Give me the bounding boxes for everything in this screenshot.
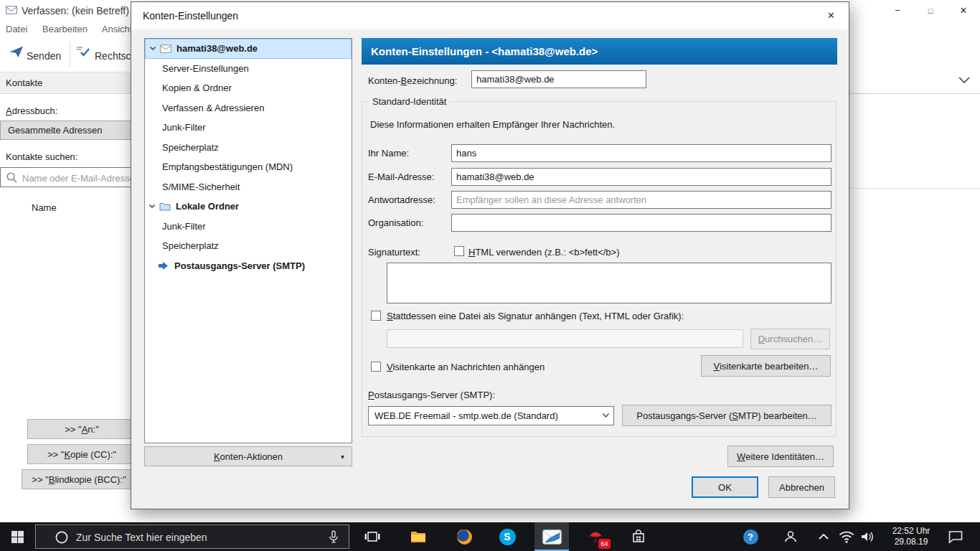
task-view-button[interactable] xyxy=(357,522,388,551)
reply-to-label: Antwortadresse: xyxy=(368,194,435,205)
organization-input[interactable] xyxy=(451,214,831,232)
dropdown-caret-icon: ▾ xyxy=(341,447,344,467)
local-folders-icon xyxy=(159,202,171,211)
clock-time: 22:52 Uhr xyxy=(892,526,930,537)
add-cc-button[interactable]: >> "Kopie (CC):" xyxy=(27,444,136,464)
action-center-icon[interactable] xyxy=(941,522,970,551)
addressbook-select[interactable]: Gesammelte Adressen xyxy=(0,121,136,140)
add-to-button[interactable]: >> "An:" xyxy=(27,419,136,439)
chevron-down-icon[interactable] xyxy=(957,75,971,86)
toolbar-separator xyxy=(70,42,70,67)
store-icon[interactable] xyxy=(623,522,654,551)
menu-ansicht[interactable]: Ansicht xyxy=(102,24,133,34)
firefox-icon[interactable] xyxy=(448,522,480,551)
edit-vcard-button[interactable]: Visitenkarte bearbeiten… xyxy=(701,355,831,377)
your-name-label: Ihr Name: xyxy=(368,148,409,159)
compose-window-icon xyxy=(6,6,17,14)
contacts-search-label: Kontakte suchen: xyxy=(6,151,77,162)
file-explorer-icon[interactable] xyxy=(402,522,434,551)
your-name-input[interactable] xyxy=(451,144,831,162)
name-column-header: Name xyxy=(32,202,57,213)
more-identities-button[interactable]: Weitere Identitäten… xyxy=(727,446,834,467)
account-name-input[interactable] xyxy=(471,70,646,88)
maximize-icon[interactable]: □ xyxy=(914,0,947,22)
identity-legend: Standard-Identität xyxy=(369,96,450,107)
people-icon[interactable] xyxy=(778,522,804,551)
tree-item-server[interactable]: Server-Einstellungen xyxy=(145,59,352,79)
dialog-close-icon[interactable]: ✕ xyxy=(815,4,847,27)
menu-datei[interactable]: Datei xyxy=(6,24,27,34)
account-name-label: Konten-Bezeichnung: xyxy=(368,75,457,86)
smtp-label: Postausgangs-Server (SMTP): xyxy=(368,390,495,400)
search-icon xyxy=(6,171,18,184)
tree-item-account[interactable]: hamati38@web.de xyxy=(145,39,352,59)
smtp-server-select[interactable]: WEB.DE Freemail - smtp.web.de (Standard) xyxy=(368,406,614,425)
account-actions-button[interactable]: Konten-Aktionen ▾ xyxy=(144,446,352,466)
smtp-send-icon xyxy=(158,261,169,270)
thunderbird-icon[interactable] xyxy=(534,522,569,551)
tree-item-disk-space[interactable]: Speicherplatz xyxy=(145,138,352,158)
contacts-panel-header: Kontakte xyxy=(0,72,136,94)
combo-chevron-icon xyxy=(602,413,610,418)
html-signature-checkbox-label[interactable]: HTML verwenden (z.B.: <b>fett</b>) xyxy=(468,247,620,258)
vcard-checkbox-label[interactable]: Visitenkarte an Nachrichten anhängen xyxy=(387,362,545,372)
email-input[interactable] xyxy=(451,168,831,186)
edit-smtp-button[interactable]: Postausgangs-Server (SMTP) bearbeiten… xyxy=(622,405,831,426)
html-signature-checkbox[interactable] xyxy=(454,246,464,256)
menu-bearbeiten[interactable]: Bearbeiten xyxy=(42,24,88,34)
tree-item-mdn[interactable]: Empfangsbestätigungen (MDN) xyxy=(145,157,352,177)
vcard-checkbox[interactable] xyxy=(371,362,381,372)
add-bcc-button[interactable]: >> "Blindkopie (BCC):" xyxy=(22,469,136,489)
panel-header: Konten-Einstellungen - <hamati38@web.de> xyxy=(362,38,837,65)
antivirus-icon[interactable]: ☂ 64 xyxy=(580,522,611,551)
speaker-icon[interactable] xyxy=(857,522,880,551)
accounts-tree: hamati38@web.de Server-Einstellungen Kop… xyxy=(144,38,352,443)
chevron-expanded-icon[interactable] xyxy=(149,204,156,209)
tree-item-local-disk-space[interactable]: Speicherplatz xyxy=(145,236,352,256)
taskbar-clock[interactable]: 22:52 Uhr 29.08.19 xyxy=(881,522,941,551)
help-icon[interactable]: ? xyxy=(738,522,763,551)
taskbar-search-box[interactable] xyxy=(35,524,349,549)
signature-textarea[interactable] xyxy=(387,263,831,303)
tray-chevron-up-icon[interactable] xyxy=(814,522,834,551)
skype-s-glyph: S xyxy=(504,531,510,542)
microphone-icon[interactable] xyxy=(326,529,341,545)
mail-account-icon xyxy=(160,44,171,53)
start-button[interactable] xyxy=(0,522,34,551)
compose-address-divider xyxy=(849,188,980,189)
taskbar: S ☂ 64 ? 22:52 Uhr 29.08.19 xyxy=(0,522,980,551)
spellcheck-icon xyxy=(75,44,91,57)
tree-item-composition[interactable]: Verfassen & Adressieren xyxy=(145,98,352,118)
send-icon xyxy=(9,44,24,59)
chevron-expanded-icon[interactable] xyxy=(149,46,156,51)
cancel-button[interactable]: Abbrechen xyxy=(768,476,835,498)
tree-item-copies-folders[interactable]: Kopien & Ordner xyxy=(145,78,352,98)
attach-signature-checkbox-label[interactable]: Stattdessen eine Datei als Signatur anhä… xyxy=(387,311,684,321)
clock-date: 29.08.19 xyxy=(895,537,928,547)
tree-item-local-folders[interactable]: Lokale Ordner xyxy=(145,197,352,217)
identity-info-text: Diese Informationen erhalten Empfänger I… xyxy=(370,119,615,130)
compose-window-title: Verfassen: (kein Betreff) xyxy=(22,5,129,17)
browse-button: Durchsuchen… xyxy=(750,329,830,349)
dialog-title: Konten-Einstellungen xyxy=(143,2,238,29)
attach-signature-checkbox[interactable] xyxy=(371,311,381,321)
ok-button[interactable]: OK xyxy=(692,476,758,498)
tree-item-junk[interactable]: Junk-Filter xyxy=(145,118,352,138)
tree-item-local-junk[interactable]: Junk-Filter xyxy=(145,217,352,237)
organization-label: Organisation: xyxy=(368,217,423,228)
minimize-icon[interactable]: − xyxy=(881,0,914,22)
contacts-search-input[interactable] xyxy=(21,170,137,186)
contacts-search-box xyxy=(0,167,136,187)
send-button[interactable]: Senden xyxy=(27,50,61,62)
reply-to-input[interactable] xyxy=(451,191,831,209)
cortana-icon xyxy=(55,530,69,545)
tree-item-smime[interactable]: S/MIME-Sicherheit xyxy=(145,177,352,197)
email-label: E-Mail-Adresse: xyxy=(368,171,434,182)
tree-item-smtp[interactable]: Postausgangs-Server (SMTP) xyxy=(145,256,352,276)
signature-file-input xyxy=(387,329,743,348)
network-wifi-icon[interactable] xyxy=(835,522,858,551)
compose-header-divider xyxy=(849,93,980,94)
taskbar-search-input[interactable] xyxy=(75,529,293,546)
close-icon[interactable]: ✕ xyxy=(947,0,980,22)
skype-icon[interactable]: S xyxy=(491,522,523,551)
